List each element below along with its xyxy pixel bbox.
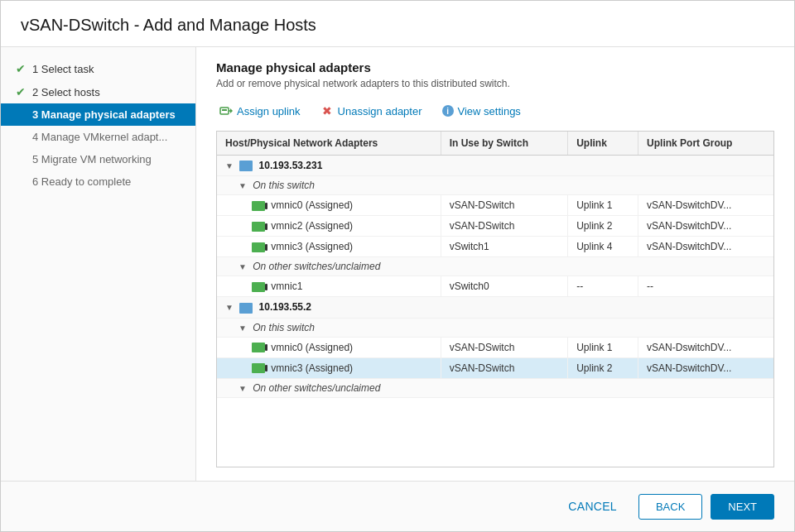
main-content-area: Manage physical adapters Add or remove p… bbox=[196, 47, 794, 481]
cell-uplink: Uplink 4 bbox=[568, 237, 638, 257]
subgroup-label: On other switches/unclaimed bbox=[253, 261, 380, 272]
cell-inuse: vSAN-DSwitch bbox=[441, 195, 568, 216]
sidebar-item-step6[interactable]: 6 Ready to complete bbox=[1, 170, 195, 193]
table-row[interactable]: vmnic0 (Assigned) vSAN-DSwitch Uplink 1 … bbox=[217, 337, 773, 357]
assign-icon bbox=[219, 104, 233, 117]
nic-icon bbox=[252, 222, 265, 232]
cell-uplink: -- bbox=[568, 276, 638, 297]
nic-icon bbox=[252, 343, 265, 352]
unassign-icon: ✖ bbox=[320, 104, 334, 117]
nic-icon bbox=[252, 363, 265, 373]
svg-rect-1 bbox=[222, 109, 227, 111]
col-header-portgroup: Uplink Port Group bbox=[638, 132, 773, 156]
cell-portgroup: vSAN-DswitchDV... bbox=[638, 195, 773, 216]
table-subgroup-row: ▼ On other switches/unclaimed bbox=[217, 378, 773, 397]
group-label: 10.193.55.2 bbox=[259, 301, 311, 313]
sidebar-item-step5[interactable]: 5 Migrate VM networking bbox=[1, 148, 195, 170]
adapters-table: Host/Physical Network Adapters In Use by… bbox=[217, 132, 773, 398]
back-button[interactable]: BACK bbox=[638, 494, 702, 520]
section-desc: Add or remove physical network adapters … bbox=[216, 78, 774, 89]
cell-portgroup: vSAN-DswitchDV... bbox=[638, 337, 773, 357]
collapse-icon: ▼ bbox=[225, 161, 234, 170]
cell-inuse: vSwitch0 bbox=[441, 276, 568, 297]
unassign-adapter-button[interactable]: ✖ Unassign adapter bbox=[317, 103, 426, 119]
cell-adapter: vmnic0 (Assigned) bbox=[217, 195, 441, 216]
sidebar-item-step1[interactable]: ✔ 1 Select task bbox=[1, 57, 195, 80]
dialog-footer: CANCEL BACK NEXT bbox=[1, 481, 794, 531]
sidebar-label-step6: 6 Ready to complete bbox=[32, 175, 131, 188]
cell-adapter: vmnic2 (Assigned) bbox=[217, 216, 441, 237]
info-icon: i bbox=[442, 105, 454, 117]
cell-uplink: Uplink 1 bbox=[568, 337, 638, 357]
table-group-row: ▼ 10.193.55.2 bbox=[217, 297, 773, 318]
host-icon bbox=[239, 303, 253, 314]
cell-portgroup: -- bbox=[638, 276, 773, 297]
subgroup-label: On this switch bbox=[253, 180, 315, 191]
cell-uplink: Uplink 2 bbox=[568, 357, 638, 378]
nic-icon bbox=[252, 282, 265, 292]
dialog-title: vSAN-DSwitch - Add and Manage Hosts bbox=[1, 1, 794, 47]
sidebar-label-step4: 4 Manage VMkernel adapt... bbox=[32, 131, 167, 143]
sidebar-item-step4[interactable]: 4 Manage VMkernel adapt... bbox=[1, 126, 195, 148]
next-button[interactable]: NEXT bbox=[711, 494, 774, 520]
subgroup-expand-icon: ▼ bbox=[238, 324, 247, 333]
sidebar-label-step2: 2 Select hosts bbox=[32, 86, 100, 98]
view-settings-label: View settings bbox=[458, 105, 521, 117]
assign-uplink-button[interactable]: Assign uplink bbox=[216, 103, 304, 119]
subgroup-expand-icon: ▼ bbox=[238, 384, 247, 393]
subgroup-label: On this switch bbox=[253, 322, 315, 333]
section-title: Manage physical adapters bbox=[216, 60, 774, 74]
checkmark-icon-1: ✔ bbox=[14, 62, 27, 75]
nic-icon bbox=[252, 242, 265, 252]
col-header-uplink: Uplink bbox=[568, 132, 638, 156]
sidebar-label-step1: 1 Select task bbox=[32, 63, 94, 75]
table-subgroup-row: ▼ On this switch bbox=[217, 176, 773, 195]
table-subgroup-row: ▼ On other switches/unclaimed bbox=[217, 257, 773, 276]
table-row[interactable]: vmnic0 (Assigned) vSAN-DSwitch Uplink 1 … bbox=[217, 195, 773, 216]
cell-portgroup: vSAN-DswitchDV... bbox=[638, 216, 773, 237]
cell-portgroup: vSAN-DswitchDV... bbox=[638, 237, 773, 257]
toolbar: Assign uplink ✖ Unassign adapter i View … bbox=[216, 99, 774, 122]
checkmark-icon-2: ✔ bbox=[14, 85, 27, 98]
group-label: 10.193.53.231 bbox=[259, 160, 323, 171]
table-row[interactable]: vmnic3 (Assigned) vSwitch1 Uplink 4 vSAN… bbox=[217, 237, 773, 257]
sidebar-label-step3: 3 Manage physical adapters bbox=[32, 108, 176, 121]
cell-uplink: Uplink 1 bbox=[568, 195, 638, 216]
table-group-row: ▼ 10.193.53.231 bbox=[217, 156, 773, 176]
cell-inuse: vSAN-DSwitch bbox=[441, 357, 568, 378]
col-header-inuse: In Use by Switch bbox=[441, 132, 568, 156]
subgroup-label: On other switches/unclaimed bbox=[253, 382, 380, 394]
sidebar: ✔ 1 Select task ✔ 2 Select hosts 3 Manag… bbox=[1, 47, 196, 481]
main-dialog: vSAN-DSwitch - Add and Manage Hosts ✔ 1 … bbox=[0, 0, 795, 532]
subgroup-expand-icon: ▼ bbox=[238, 181, 247, 190]
cancel-button[interactable]: CANCEL bbox=[555, 493, 630, 520]
table-row[interactable]: vmnic3 (Assigned) vSAN-DSwitch Uplink 2 … bbox=[217, 357, 773, 378]
sidebar-label-step5: 5 Migrate VM networking bbox=[32, 153, 152, 165]
view-settings-button[interactable]: i View settings bbox=[439, 103, 524, 119]
table-subgroup-row: ▼ On this switch bbox=[217, 318, 773, 337]
assign-uplink-label: Assign uplink bbox=[237, 105, 301, 117]
cell-inuse: vSAN-DSwitch bbox=[441, 216, 568, 237]
cell-uplink: Uplink 2 bbox=[568, 216, 638, 237]
collapse-icon: ▼ bbox=[225, 303, 234, 312]
cell-inuse: vSwitch1 bbox=[441, 237, 568, 257]
host-icon bbox=[239, 161, 253, 171]
cell-adapter: vmnic3 (Assigned) bbox=[217, 357, 441, 378]
nic-icon bbox=[252, 201, 265, 211]
cell-adapter: vmnic0 (Assigned) bbox=[217, 337, 441, 357]
col-header-adapters: Host/Physical Network Adapters bbox=[217, 132, 441, 156]
cell-inuse: vSAN-DSwitch bbox=[441, 337, 568, 357]
sidebar-item-step3[interactable]: 3 Manage physical adapters bbox=[1, 103, 195, 126]
cell-adapter: vmnic1 bbox=[217, 276, 441, 297]
svg-marker-3 bbox=[230, 108, 233, 113]
unassign-adapter-label: Unassign adapter bbox=[338, 105, 422, 117]
cell-portgroup: vSAN-DswitchDV... bbox=[638, 357, 773, 378]
table-row[interactable]: vmnic1 vSwitch0 -- -- bbox=[217, 276, 773, 297]
sidebar-item-step2[interactable]: ✔ 2 Select hosts bbox=[1, 80, 195, 103]
subgroup-expand-icon: ▼ bbox=[238, 262, 247, 271]
table-header-row: Host/Physical Network Adapters In Use by… bbox=[217, 132, 773, 156]
cell-adapter: vmnic3 (Assigned) bbox=[217, 237, 441, 257]
adapters-table-container: Host/Physical Network Adapters In Use by… bbox=[216, 131, 774, 467]
table-row[interactable]: vmnic2 (Assigned) vSAN-DSwitch Uplink 2 … bbox=[217, 216, 773, 237]
